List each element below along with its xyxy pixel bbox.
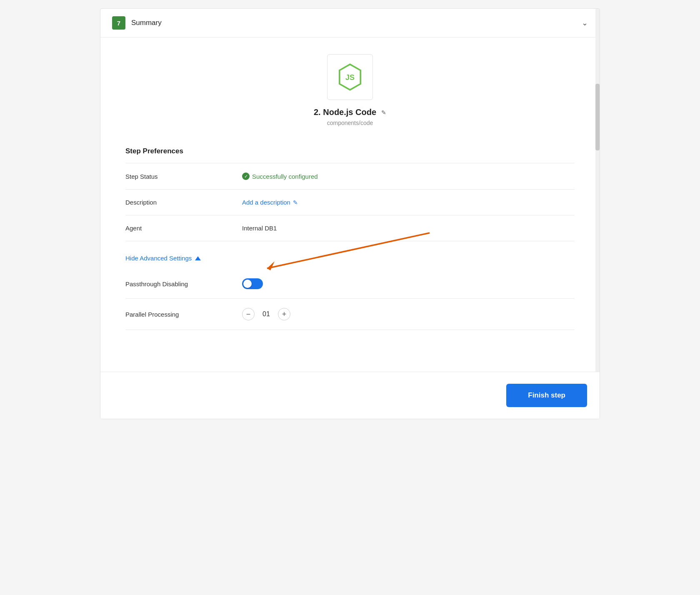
agent-label: Agent: [125, 225, 242, 232]
step-header-left: 7 Summary: [112, 16, 162, 30]
step-header: 7 Summary ⌄: [100, 9, 600, 38]
toggle-thumb: [243, 280, 252, 288]
passthrough-toggle[interactable]: [242, 278, 263, 289]
collapse-icon[interactable]: ⌄: [582, 18, 588, 28]
node-title-text: 2. Node.js Code: [314, 108, 376, 117]
scrollbar-thumb[interactable]: [595, 84, 600, 150]
success-check-icon: ✓: [242, 172, 250, 180]
step-status-row: Step Status ✓ Successfully configured: [125, 163, 575, 190]
description-label: Description: [125, 199, 242, 206]
step-badge: 7: [112, 16, 125, 30]
description-text: Add a description: [242, 199, 290, 206]
step-title: Summary: [131, 19, 162, 27]
agent-row: Agent Internal DB1: [125, 215, 575, 241]
step-status-text: Successfully configured: [252, 173, 318, 180]
passthrough-label: Passthrough Disabling: [125, 280, 242, 288]
description-value[interactable]: Add a description ✎: [242, 199, 298, 206]
step-status-label: Step Status: [125, 173, 242, 180]
parallel-row: Parallel Processing − 01 +: [125, 299, 575, 330]
node-title: 2. Node.js Code ✎: [314, 108, 386, 117]
hide-advanced-label: Hide Advanced Settings: [125, 255, 192, 262]
agent-value: Internal DB1: [242, 225, 277, 232]
nodejs-logo: JS: [335, 62, 365, 92]
description-row: Description Add a description ✎: [125, 190, 575, 215]
footer: Finish step: [100, 372, 600, 419]
parallel-counter: − 01 +: [242, 308, 290, 320]
parallel-decrement-button[interactable]: −: [242, 308, 255, 320]
finish-step-button[interactable]: Finish step: [506, 384, 587, 407]
passthrough-row: Passthrough Disabling: [125, 269, 575, 299]
node-icon-area: JS 2. Node.js Code ✎ components/code: [125, 38, 575, 139]
section-title: Step Preferences: [125, 147, 575, 155]
svg-text:JS: JS: [345, 73, 355, 82]
hide-advanced-toggle[interactable]: Hide Advanced Settings: [125, 245, 575, 269]
advanced-toggle-icon: [195, 256, 201, 260]
parallel-value: 01: [261, 310, 271, 318]
parallel-label: Parallel Processing: [125, 311, 242, 318]
scrollbar-track[interactable]: [595, 9, 600, 419]
main-panel: 7 Summary ⌄ JS 2. Node.js Code ✎ compone…: [100, 8, 600, 419]
parallel-increment-button[interactable]: +: [278, 308, 290, 320]
step-status-value: ✓ Successfully configured: [242, 172, 318, 180]
node-edit-icon[interactable]: ✎: [381, 109, 386, 116]
description-edit-icon[interactable]: ✎: [293, 199, 298, 206]
main-content: JS 2. Node.js Code ✎ components/code Ste…: [100, 38, 600, 372]
node-subtitle: components/code: [327, 120, 373, 126]
node-icon-box: JS: [327, 54, 373, 100]
